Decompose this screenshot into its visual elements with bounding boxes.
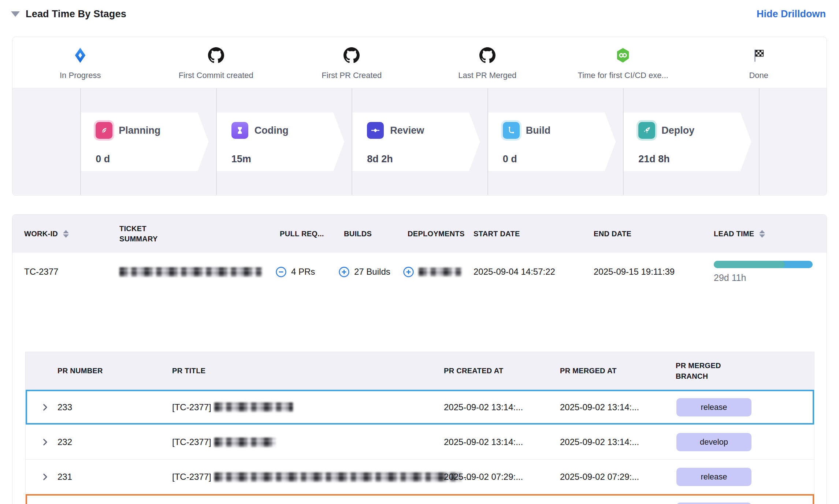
chevron-right-icon[interactable] <box>41 460 49 494</box>
pr-merged-branch: release <box>676 390 751 425</box>
milestone-done: Done <box>691 37 827 88</box>
stage-duration: 0 d <box>96 153 208 165</box>
milestone-label: Time for first CI/CD exe... <box>578 71 668 80</box>
stage-duration: 15m <box>231 153 344 165</box>
expand-circle-plus-icon <box>338 266 350 278</box>
pr-merged-at: 2025-09-02 13:14:... <box>560 425 639 459</box>
lead-time-value: 29d 11h <box>714 273 746 283</box>
milestone-divider <box>623 88 624 195</box>
lead-time-cell: 29d 11h <box>714 253 813 291</box>
stage-duration: 8d 2h <box>367 153 480 165</box>
pr-number: 230 <box>57 494 72 504</box>
stage-name: Review <box>390 125 424 136</box>
pr-row-232[interactable]: 232 [TC-2377] 2025-09-02 13:14:... 2025-… <box>26 425 814 459</box>
column-header-lead-time[interactable]: LEAD TIME <box>714 215 765 253</box>
builds-count: 27 Builds <box>354 267 390 277</box>
stage-name: Planning <box>119 125 160 136</box>
cicd-icon <box>615 47 631 64</box>
milestone-divider <box>352 88 352 195</box>
deployments-count-redacted <box>419 268 462 276</box>
work-items-table: WORK-ID TICKET SUMMARY PULL REQ... BUILD… <box>12 214 827 504</box>
pr-merged-at: 2025-09-02 07:29:... <box>560 460 639 494</box>
pr-merged-branch: release <box>676 460 751 494</box>
milestone-in-progress: In Progress <box>12 37 148 88</box>
builds-cell[interactable]: 27 Builds <box>338 253 390 291</box>
expand-circle-plus-icon <box>403 266 414 278</box>
checkered-flag-icon <box>751 47 766 64</box>
pull-requests-count: 4 PRs <box>291 267 315 277</box>
rocket-icon <box>638 122 655 139</box>
column-header-work-id[interactable]: WORK-ID <box>24 215 69 253</box>
pr-title-redacted <box>214 403 293 412</box>
github-icon <box>344 47 360 64</box>
branch-badge: release <box>676 398 751 416</box>
pr-row-233[interactable]: 233 [TC-2377] 2025-09-02 13:14:... 2025-… <box>26 390 814 425</box>
column-label: LEAD TIME <box>714 230 754 238</box>
pr-number: 231 <box>57 460 72 494</box>
ticket-summary-redacted <box>119 253 262 291</box>
git-commit-icon <box>367 122 384 139</box>
pr-title: [TC-2377]... <box>172 494 463 504</box>
pull-requests-cell[interactable]: 4 PRs <box>275 253 315 291</box>
milestone-last-pr-merged: Last PR Merged <box>420 37 556 88</box>
github-icon <box>208 47 224 64</box>
pr-title-redacted <box>214 472 461 482</box>
stage-deploy: Deploy 21d 8h <box>624 112 751 171</box>
git-branch-icon <box>503 122 520 139</box>
start-date-value: 2025-09-04 14:57:22 <box>474 253 555 291</box>
pr-row-231[interactable]: 231 [TC-2377]... 2025-09-02 07:29:... 20… <box>26 459 814 494</box>
pr-title-redacted <box>214 438 276 447</box>
branch-badge: release <box>676 468 751 486</box>
work-item-row: TC-2377 4 PRs 27 Builds 2025-09-04 14:57… <box>12 253 827 308</box>
column-header-ticket-summary: TICKET SUMMARY <box>119 215 178 253</box>
pr-merged-at: NA <box>560 494 572 504</box>
milestone-first-pr: First PR Created <box>284 37 420 88</box>
milestone-label: First Commit created <box>179 71 253 80</box>
hourglass-icon <box>231 122 248 139</box>
pr-number: 232 <box>57 425 72 459</box>
pr-title-prefix: [TC-2377] <box>172 437 211 447</box>
column-header-pr-title: PR TITLE <box>172 352 205 390</box>
pr-title: [TC-2377] <box>172 390 293 425</box>
deployments-cell[interactable] <box>403 253 462 291</box>
sort-icon[interactable] <box>63 230 69 238</box>
hide-drilldown-link[interactable]: Hide Drilldown <box>757 8 826 20</box>
stage-strip: Planning 0 d Coding 15m Revi <box>12 88 827 195</box>
chevron-right-icon[interactable] <box>41 425 49 459</box>
pr-created-at: 2025-09-02 07:29:... <box>444 460 523 494</box>
column-header-pr-merged-branch: PR MERGED BRANCH <box>676 352 734 390</box>
stage-review: Review 8d 2h <box>352 112 480 171</box>
pr-number: 233 <box>57 390 72 425</box>
collapse-triangle-icon[interactable] <box>11 11 20 17</box>
branch-badge: develop <box>676 433 751 451</box>
milestone-divider <box>759 88 760 195</box>
work-id-value: TC-2377 <box>24 253 58 291</box>
pr-table: PR NUMBER PR TITLE PR CREATED AT PR MERG… <box>25 352 814 504</box>
sort-icon[interactable] <box>759 230 765 238</box>
stage-name: Coding <box>255 125 289 136</box>
stage-build: Build 0 d <box>488 112 616 171</box>
pr-merged-branch: develop <box>676 494 751 504</box>
section-header: Lead Time By Stages Hide Drilldown <box>11 5 826 23</box>
page-title: Lead Time By Stages <box>26 8 126 20</box>
column-label: WORK-ID <box>24 230 58 238</box>
work-table-header: WORK-ID TICKET SUMMARY PULL REQ... BUILD… <box>12 215 827 253</box>
pr-merged-at: 2025-09-02 13:14:... <box>560 390 639 425</box>
pr-created-at: 2025-09-02 13:14:... <box>444 390 523 425</box>
stage-name: Build <box>526 125 551 136</box>
column-header-pr-merged-at: PR MERGED AT <box>560 352 617 390</box>
chevron-right-icon[interactable] <box>41 494 49 504</box>
jira-status-icon <box>73 47 87 64</box>
pr-merged-branch: develop <box>676 425 751 459</box>
column-header-pr-number: PR NUMBER <box>57 352 103 390</box>
pr-row-230[interactable]: 230 [TC-2377]... 2025-08-25 10:50:... NA… <box>26 494 814 504</box>
lead-time-stages-card: In Progress First Commit created First P… <box>12 37 827 196</box>
stage-planning: Planning 0 d <box>81 112 208 171</box>
pr-created-at: 2025-09-02 13:14:... <box>444 425 523 459</box>
stage-duration: 0 d <box>503 153 616 165</box>
chevron-right-icon[interactable] <box>41 390 49 425</box>
pr-title: [TC-2377] <box>172 425 276 459</box>
stage-duration: 21d 8h <box>638 153 751 165</box>
milestone-label: Done <box>749 71 768 80</box>
pr-table-header: PR NUMBER PR TITLE PR CREATED AT PR MERG… <box>26 352 814 390</box>
